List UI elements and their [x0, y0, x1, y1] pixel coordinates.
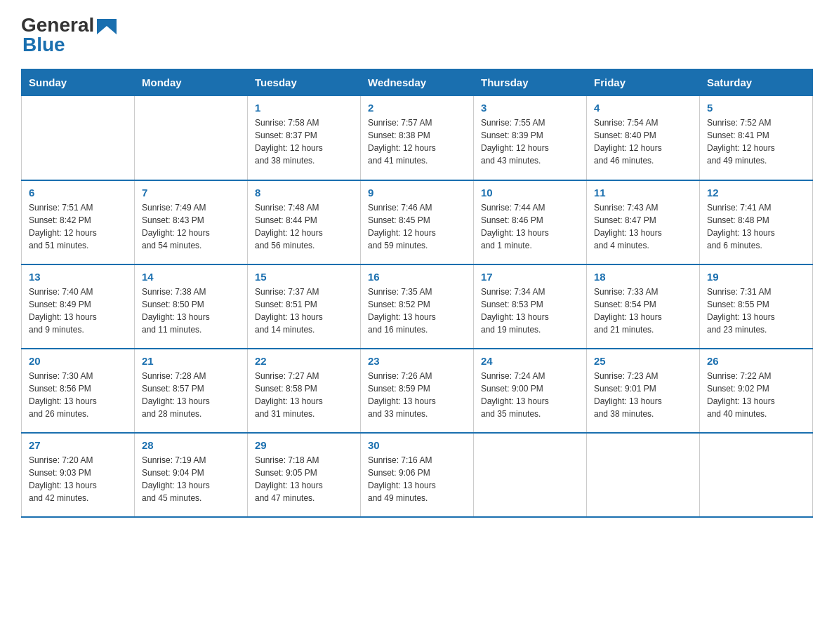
calendar-cell: 16Sunrise: 7:35 AM Sunset: 8:52 PM Dayli…	[361, 264, 474, 349]
day-number: 29	[255, 439, 353, 451]
day-info: Sunrise: 7:24 AM Sunset: 9:00 PM Dayligh…	[481, 370, 579, 420]
calendar-cell: 3Sunrise: 7:55 AM Sunset: 8:39 PM Daylig…	[474, 96, 587, 180]
day-info: Sunrise: 7:16 AM Sunset: 9:06 PM Dayligh…	[368, 454, 466, 504]
day-number: 14	[142, 271, 240, 283]
day-number: 27	[29, 439, 127, 451]
calendar-cell: 11Sunrise: 7:43 AM Sunset: 8:47 PM Dayli…	[587, 180, 700, 264]
day-number: 25	[594, 355, 692, 367]
day-number: 7	[142, 187, 240, 199]
day-number: 6	[29, 187, 127, 199]
calendar-cell: 30Sunrise: 7:16 AM Sunset: 9:06 PM Dayli…	[361, 433, 474, 517]
calendar-body: 1Sunrise: 7:58 AM Sunset: 8:37 PM Daylig…	[22, 96, 813, 517]
day-info: Sunrise: 7:20 AM Sunset: 9:03 PM Dayligh…	[29, 454, 127, 504]
day-info: Sunrise: 7:31 AM Sunset: 8:55 PM Dayligh…	[707, 286, 805, 336]
week-row-2: 6Sunrise: 7:51 AM Sunset: 8:42 PM Daylig…	[22, 180, 813, 264]
day-number: 3	[481, 102, 579, 114]
day-info: Sunrise: 7:22 AM Sunset: 9:02 PM Dayligh…	[707, 370, 805, 420]
calendar-cell: 1Sunrise: 7:58 AM Sunset: 8:37 PM Daylig…	[248, 96, 361, 180]
day-number: 26	[707, 355, 805, 367]
day-number: 11	[594, 187, 692, 199]
calendar-cell: 22Sunrise: 7:27 AM Sunset: 8:58 PM Dayli…	[248, 349, 361, 433]
day-number: 15	[255, 271, 353, 283]
day-info: Sunrise: 7:43 AM Sunset: 8:47 PM Dayligh…	[594, 201, 692, 252]
day-number: 16	[368, 271, 466, 283]
header-friday: Friday	[587, 69, 700, 96]
header-saturday: Saturday	[700, 69, 813, 96]
day-info: Sunrise: 7:28 AM Sunset: 8:57 PM Dayligh…	[142, 370, 240, 420]
day-info: Sunrise: 7:49 AM Sunset: 8:43 PM Dayligh…	[142, 201, 240, 252]
calendar-cell: 17Sunrise: 7:34 AM Sunset: 8:53 PM Dayli…	[474, 264, 587, 349]
logo: General Blue	[21, 14, 117, 56]
calendar-cell: 2Sunrise: 7:57 AM Sunset: 8:38 PM Daylig…	[361, 96, 474, 180]
calendar-cell: 13Sunrise: 7:40 AM Sunset: 8:49 PM Dayli…	[22, 264, 135, 349]
calendar-cell: 4Sunrise: 7:54 AM Sunset: 8:40 PM Daylig…	[587, 96, 700, 180]
calendar-cell: 7Sunrise: 7:49 AM Sunset: 8:43 PM Daylig…	[135, 180, 248, 264]
day-number: 23	[368, 355, 466, 367]
calendar-cell: 26Sunrise: 7:22 AM Sunset: 9:02 PM Dayli…	[700, 349, 813, 433]
calendar-cell	[22, 96, 135, 180]
week-row-4: 20Sunrise: 7:30 AM Sunset: 8:56 PM Dayli…	[22, 349, 813, 433]
day-number: 2	[368, 102, 466, 114]
day-info: Sunrise: 7:55 AM Sunset: 8:39 PM Dayligh…	[481, 116, 579, 167]
calendar-cell: 10Sunrise: 7:44 AM Sunset: 8:46 PM Dayli…	[474, 180, 587, 264]
calendar-header: SundayMondayTuesdayWednesdayThursdayFrid…	[22, 69, 813, 96]
day-number: 21	[142, 355, 240, 367]
calendar-cell: 15Sunrise: 7:37 AM Sunset: 8:51 PM Dayli…	[248, 264, 361, 349]
header-wednesday: Wednesday	[361, 69, 474, 96]
day-info: Sunrise: 7:26 AM Sunset: 8:59 PM Dayligh…	[368, 370, 466, 420]
calendar-cell	[700, 433, 813, 517]
day-info: Sunrise: 7:18 AM Sunset: 9:05 PM Dayligh…	[255, 454, 353, 504]
day-info: Sunrise: 7:40 AM Sunset: 8:49 PM Dayligh…	[29, 286, 127, 336]
calendar-cell: 19Sunrise: 7:31 AM Sunset: 8:55 PM Dayli…	[700, 264, 813, 349]
day-number: 10	[481, 187, 579, 199]
day-number: 9	[368, 187, 466, 199]
calendar-cell: 8Sunrise: 7:48 AM Sunset: 8:44 PM Daylig…	[248, 180, 361, 264]
week-row-3: 13Sunrise: 7:40 AM Sunset: 8:49 PM Dayli…	[22, 264, 813, 349]
day-number: 30	[368, 439, 466, 451]
header-row: SundayMondayTuesdayWednesdayThursdayFrid…	[22, 69, 813, 96]
day-number: 17	[481, 271, 579, 283]
calendar-cell: 24Sunrise: 7:24 AM Sunset: 9:00 PM Dayli…	[474, 349, 587, 433]
calendar-cell: 6Sunrise: 7:51 AM Sunset: 8:42 PM Daylig…	[22, 180, 135, 264]
day-info: Sunrise: 7:57 AM Sunset: 8:38 PM Dayligh…	[368, 116, 466, 167]
calendar-cell: 12Sunrise: 7:41 AM Sunset: 8:48 PM Dayli…	[700, 180, 813, 264]
calendar-cell	[135, 96, 248, 180]
day-info: Sunrise: 7:52 AM Sunset: 8:41 PM Dayligh…	[707, 116, 805, 167]
day-number: 18	[594, 271, 692, 283]
calendar-cell: 14Sunrise: 7:38 AM Sunset: 8:50 PM Dayli…	[135, 264, 248, 349]
day-info: Sunrise: 7:19 AM Sunset: 9:04 PM Dayligh…	[142, 454, 240, 504]
day-info: Sunrise: 7:46 AM Sunset: 8:45 PM Dayligh…	[368, 201, 466, 252]
day-info: Sunrise: 7:51 AM Sunset: 8:42 PM Dayligh…	[29, 201, 127, 252]
day-number: 19	[707, 271, 805, 283]
logo-blue: Blue	[22, 34, 65, 56]
day-info: Sunrise: 7:37 AM Sunset: 8:51 PM Dayligh…	[255, 286, 353, 336]
day-info: Sunrise: 7:33 AM Sunset: 8:54 PM Dayligh…	[594, 286, 692, 336]
day-number: 1	[255, 102, 353, 114]
week-row-1: 1Sunrise: 7:58 AM Sunset: 8:37 PM Daylig…	[22, 96, 813, 180]
day-number: 20	[29, 355, 127, 367]
calendar-cell: 27Sunrise: 7:20 AM Sunset: 9:03 PM Dayli…	[22, 433, 135, 517]
day-info: Sunrise: 7:58 AM Sunset: 8:37 PM Dayligh…	[255, 116, 353, 167]
day-number: 28	[142, 439, 240, 451]
day-info: Sunrise: 7:44 AM Sunset: 8:46 PM Dayligh…	[481, 201, 579, 252]
day-number: 12	[707, 187, 805, 199]
calendar-cell	[474, 433, 587, 517]
day-info: Sunrise: 7:41 AM Sunset: 8:48 PM Dayligh…	[707, 201, 805, 252]
day-number: 4	[594, 102, 692, 114]
calendar-cell: 5Sunrise: 7:52 AM Sunset: 8:41 PM Daylig…	[700, 96, 813, 180]
calendar-cell: 21Sunrise: 7:28 AM Sunset: 8:57 PM Dayli…	[135, 349, 248, 433]
page-header: General Blue	[21, 14, 813, 56]
calendar-cell: 28Sunrise: 7:19 AM Sunset: 9:04 PM Dayli…	[135, 433, 248, 517]
day-number: 24	[481, 355, 579, 367]
day-info: Sunrise: 7:27 AM Sunset: 8:58 PM Dayligh…	[255, 370, 353, 420]
day-number: 13	[29, 271, 127, 283]
day-info: Sunrise: 7:34 AM Sunset: 8:53 PM Dayligh…	[481, 286, 579, 336]
day-info: Sunrise: 7:30 AM Sunset: 8:56 PM Dayligh…	[29, 370, 127, 420]
day-info: Sunrise: 7:54 AM Sunset: 8:40 PM Dayligh…	[594, 116, 692, 167]
day-info: Sunrise: 7:48 AM Sunset: 8:44 PM Dayligh…	[255, 201, 353, 252]
day-info: Sunrise: 7:35 AM Sunset: 8:52 PM Dayligh…	[368, 286, 466, 336]
calendar-cell	[587, 433, 700, 517]
day-number: 22	[255, 355, 353, 367]
calendar-cell: 23Sunrise: 7:26 AM Sunset: 8:59 PM Dayli…	[361, 349, 474, 433]
calendar-table: SundayMondayTuesdayWednesdayThursdayFrid…	[21, 69, 813, 518]
